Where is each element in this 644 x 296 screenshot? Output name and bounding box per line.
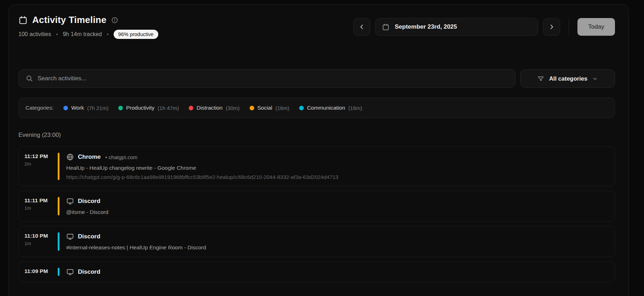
activity-time: 11:09 PM	[24, 268, 58, 274]
activity-details: Discord @itsme - Discord	[66, 197, 108, 215]
category-communication[interactable]: Communication (16m)	[299, 105, 362, 111]
header-stats: 100 activities • 9h 14m tracked • 96% pr…	[18, 30, 158, 39]
calendar-icon	[18, 16, 28, 25]
activity-details: Discord	[66, 268, 100, 276]
today-button[interactable]: Today	[577, 18, 615, 36]
app-name: Discord	[78, 233, 100, 240]
divider	[569, 18, 569, 35]
activity-time: 11:12 PM	[24, 153, 58, 159]
app-name: Discord	[78, 198, 100, 205]
header-left: Activity Timeline 100 activities • 9h 14…	[18, 14, 158, 39]
activity-timeline-panel: Activity Timeline 100 activities • 9h 14…	[8, 4, 629, 296]
categories-caption: Categories:	[25, 105, 53, 111]
time-column: 11:09 PM	[24, 268, 58, 276]
category-dot	[118, 106, 123, 110]
next-day-button[interactable]	[543, 18, 560, 36]
activity-list: 11:12 PM 2m Chrome • chatgpt.com HealUp …	[18, 146, 615, 282]
category-dot	[63, 106, 68, 110]
monitor-icon	[66, 197, 74, 205]
activity-row[interactable]: 11:11 PM 1m Discord @itsme - Discord	[18, 191, 615, 222]
activity-url: https://chatgpt.com/g/g-p-68c6c1aa98e881…	[66, 174, 338, 180]
category-work[interactable]: Work (7h 21m)	[63, 105, 108, 111]
chevron-right-icon	[548, 24, 555, 30]
activity-duration: 1m	[24, 205, 58, 211]
prev-day-button[interactable]	[353, 18, 370, 36]
app-name: Chrome	[78, 153, 101, 161]
category-dot	[299, 106, 304, 110]
date-navigation: September 23rd, 2025 Today	[353, 18, 615, 36]
category-filter-dropdown[interactable]: All categories	[520, 69, 615, 88]
chevron-left-icon	[359, 24, 365, 30]
category-color-bar	[58, 232, 59, 251]
filter-label: All categories	[549, 75, 587, 82]
category-dot	[250, 106, 254, 110]
activity-domain: • chatgpt.com	[105, 154, 137, 160]
activity-time: 11:11 PM	[24, 197, 58, 204]
calendar-icon	[382, 23, 389, 31]
activity-details: Discord #internal-releases-notes | HealU…	[66, 232, 206, 251]
window-title: HealUp - HealUp changelog rewrite - Goog…	[66, 165, 338, 171]
info-icon[interactable]	[111, 17, 118, 24]
activity-duration: 2m	[24, 161, 58, 167]
activity-duration: 1m	[24, 241, 58, 246]
window-title: @itsme - Discord	[66, 209, 108, 215]
category-distraction[interactable]: Distraction (30m)	[189, 105, 239, 111]
productive-badge: 96% productive	[114, 30, 158, 39]
activity-row[interactable]: 11:10 PM 1m Discord #internal-releases-n…	[18, 226, 615, 257]
filter-icon	[537, 75, 544, 82]
globe-icon	[66, 153, 74, 161]
monitor-icon	[66, 268, 74, 276]
toolbar: All categories	[18, 69, 615, 88]
date-picker-button[interactable]: September 23rd, 2025	[375, 18, 538, 36]
page-title: Activity Timeline	[32, 14, 107, 25]
activity-row[interactable]: 11:09 PM Discord	[18, 261, 615, 282]
search-box	[18, 69, 515, 88]
header: Activity Timeline 100 activities • 9h 14…	[18, 14, 615, 39]
time-column: 11:12 PM 2m	[24, 153, 58, 180]
category-social[interactable]: Social (16m)	[250, 105, 289, 111]
window-title: #internal-releases-notes | HealUp Engine…	[66, 244, 206, 251]
category-color-bar	[58, 268, 59, 276]
activity-row[interactable]: 11:12 PM 2m Chrome • chatgpt.com HealUp …	[18, 146, 615, 186]
activity-details: Chrome • chatgpt.com HealUp - HealUp cha…	[66, 153, 338, 180]
categories-legend: Categories: Work (7h 21m) Productivity (…	[18, 98, 615, 118]
chevron-down-icon	[592, 76, 598, 81]
tracked-time: 9h 14m tracked	[63, 31, 102, 37]
search-input[interactable]	[38, 75, 508, 82]
category-dot	[189, 106, 193, 110]
section-label-evening: Evening (23:00)	[18, 132, 615, 139]
category-color-bar	[58, 153, 59, 180]
activity-time: 11:10 PM	[24, 233, 58, 239]
selected-date: September 23rd, 2025	[395, 23, 457, 30]
category-productivity[interactable]: Productivity (1h 47m)	[118, 105, 179, 111]
activities-count: 100 activities	[18, 31, 51, 37]
time-column: 11:11 PM 1m	[24, 197, 58, 215]
search-icon	[26, 75, 33, 82]
category-color-bar	[58, 197, 59, 215]
monitor-icon	[66, 233, 74, 240]
app-name: Discord	[78, 268, 100, 275]
time-column: 11:10 PM 1m	[24, 232, 58, 251]
